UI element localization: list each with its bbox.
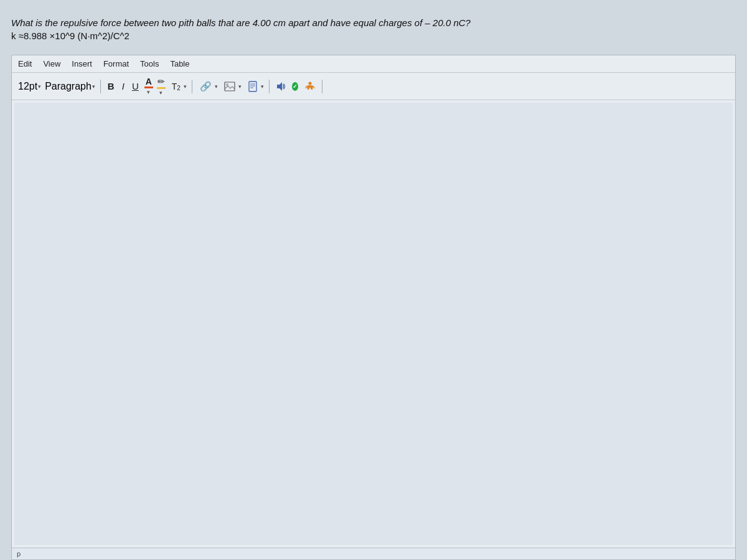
highlight-button[interactable]: ✏ ▾	[156, 75, 167, 97]
font-color-letter: A	[146, 77, 152, 86]
highlight-bar	[157, 87, 166, 89]
link-button[interactable]: 🔗 ▾	[196, 78, 219, 95]
template-icon	[245, 80, 260, 93]
svg-point-1	[226, 83, 228, 86]
template-chevron-icon: ▾	[261, 83, 264, 90]
question-line2: k ≈8.988 ×10^9 (N·m^2)/C^2	[11, 30, 736, 41]
superscript-button[interactable]: T2 ▾	[168, 79, 188, 94]
superscript-exp: 2	[177, 85, 181, 91]
highlight-chevron-icon: ▾	[159, 90, 162, 96]
menu-tools[interactable]: Tools	[140, 59, 159, 68]
question-block: What is the repulsive force between two …	[11, 11, 736, 55]
question-line1: What is the repulsive force between two …	[11, 17, 736, 28]
menu-format[interactable]: Format	[103, 59, 129, 68]
font-color-button[interactable]: A ▾	[143, 76, 154, 96]
menu-view[interactable]: View	[43, 59, 60, 68]
image-icon	[222, 80, 238, 93]
template-button[interactable]: ▾	[244, 78, 265, 95]
separator-2	[192, 80, 192, 93]
editor-container: Edit View Insert Format Tools Table 12pt…	[11, 55, 736, 560]
menu-insert[interactable]: Insert	[72, 59, 92, 68]
separator-1	[100, 80, 101, 93]
audio-icon[interactable]	[273, 80, 288, 93]
font-size-selector[interactable]: 12pt ▾	[17, 80, 42, 93]
image-button[interactable]: ▾	[220, 79, 243, 94]
spellcheck-circle: ✓	[292, 82, 298, 91]
bold-button[interactable]: B	[105, 78, 118, 94]
element-indicator: p	[17, 550, 21, 558]
paragraph-style-selector[interactable]: Paragraph ▾	[44, 80, 96, 93]
accessibility-icon[interactable]	[302, 80, 318, 93]
paragraph-style-value: Paragraph	[45, 81, 92, 92]
link-icon: 🔗	[197, 80, 214, 93]
svg-line-9	[313, 86, 314, 88]
superscript-base: T	[172, 82, 177, 91]
spellcheck-icon[interactable]: ✓	[289, 81, 301, 92]
svg-point-7	[308, 82, 311, 85]
menu-bar: Edit View Insert Format Tools Table	[12, 55, 735, 73]
svg-marker-6	[277, 82, 282, 91]
editor-textarea[interactable]	[14, 103, 733, 545]
pencil-icon: ✏	[157, 77, 165, 86]
status-bar: p	[12, 548, 735, 559]
editor-area[interactable]	[14, 103, 733, 545]
font-color-chevron-icon: ▾	[147, 89, 150, 95]
font-size-chevron-icon: ▾	[38, 83, 41, 90]
image-chevron-icon: ▾	[238, 83, 242, 90]
paragraph-chevron-icon: ▾	[92, 83, 95, 90]
separator-3	[269, 80, 270, 93]
underline-button[interactable]: U	[129, 78, 142, 94]
separator-4	[322, 80, 322, 93]
menu-table[interactable]: Table	[170, 59, 189, 68]
font-size-value: 12pt	[18, 81, 37, 92]
svg-rect-2	[249, 82, 256, 91]
menu-edit[interactable]: Edit	[18, 59, 32, 68]
svg-rect-0	[225, 82, 235, 91]
toolbar: 12pt ▾ Paragraph ▾ B I U A ▾ ✏ ▾	[12, 73, 735, 100]
superscript-chevron-icon: ▾	[184, 83, 187, 90]
italic-button[interactable]: I	[119, 78, 128, 94]
superscript-display: T2	[169, 80, 183, 93]
svg-line-8	[306, 86, 307, 88]
link-chevron-icon: ▾	[215, 83, 218, 90]
font-color-bar	[144, 86, 153, 88]
